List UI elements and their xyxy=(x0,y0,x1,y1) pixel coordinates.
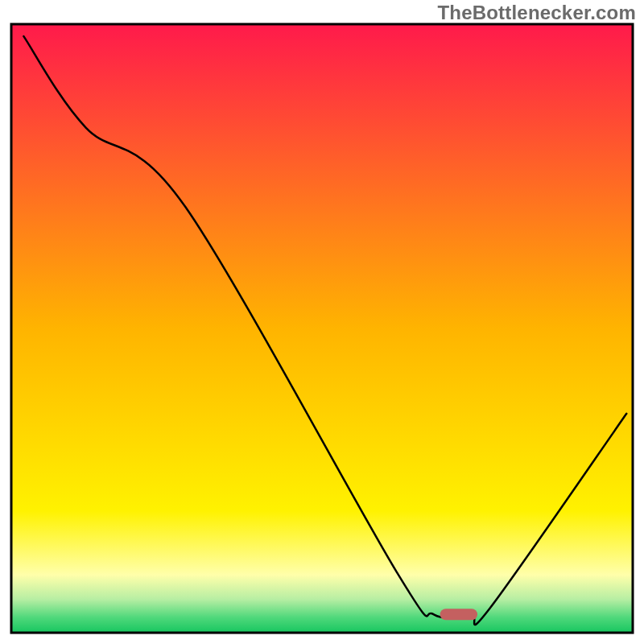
bottleneck-marker xyxy=(440,609,477,620)
plot-area xyxy=(11,24,633,633)
bottleneck-chart xyxy=(0,0,644,644)
chart-container: TheBottlenecker.com xyxy=(0,0,644,644)
watermark-text: TheBottlenecker.com xyxy=(437,2,636,24)
